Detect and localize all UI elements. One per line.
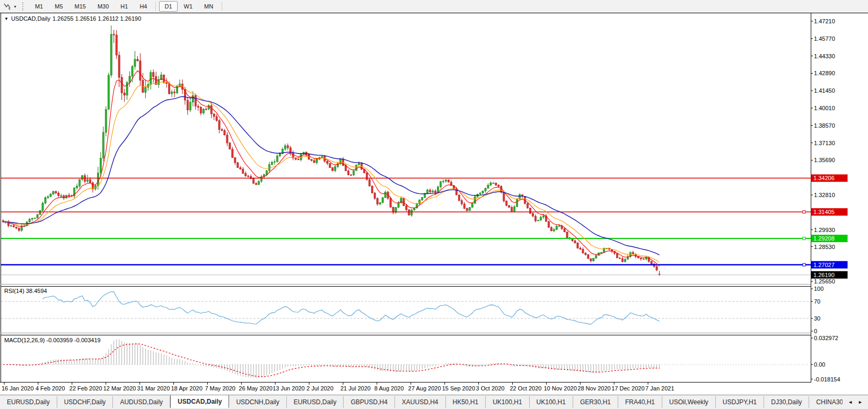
tool-dropdown-caret-icon[interactable]: ▼ [13, 5, 17, 8]
line-handle[interactable] [803, 237, 805, 240]
tab-eurusd-daily[interactable]: EURUSD,Daily [0, 396, 57, 408]
candle [506, 201, 507, 206]
candle [118, 55, 120, 77]
svg-text:22 Feb 2020: 22 Feb 2020 [69, 385, 102, 392]
tab-uk100-h1[interactable]: UK100,H1 [486, 396, 529, 408]
candle [76, 186, 78, 188]
candle [221, 130, 223, 131]
candle [42, 203, 43, 210]
candle [469, 208, 470, 211]
candle [355, 165, 357, 171]
svg-text:13 Jun 2020: 13 Jun 2020 [273, 385, 305, 392]
toolbar-grip-handle[interactable] [22, 2, 26, 11]
candle [15, 227, 17, 228]
timeframe-m5-button[interactable]: M5 [49, 1, 68, 12]
svg-text:1.34206[interactable]: 1.34206 [813, 175, 835, 181]
svg-text:0: 0 [814, 328, 817, 334]
candle [300, 154, 302, 160]
tab-usoil-weekly[interactable]: USOil,Weekly [662, 396, 716, 408]
tab-fra40-h1[interactable]: FRA40,H1 [618, 396, 662, 408]
candle [169, 84, 170, 94]
tab-china300-h1[interactable]: CHINA300,H1 [809, 396, 843, 408]
candle [29, 219, 30, 222]
tab-audusd-daily[interactable]: AUDUSD,Daily [113, 396, 170, 408]
candle [52, 192, 54, 194]
candle [558, 226, 560, 226]
candle [113, 34, 115, 35]
candle [268, 165, 270, 171]
timeframe-w1-button[interactable]: W1 [179, 1, 198, 12]
candle [145, 87, 146, 92]
tab-usdcad-daily[interactable]: USDCAD,Daily [170, 395, 229, 408]
svg-text:27 Aug 2020: 27 Aug 2020 [408, 385, 441, 392]
line-handle[interactable] [803, 263, 805, 266]
candle [200, 107, 201, 113]
candle [621, 259, 623, 262]
svg-text:1.31405[interactable]: 1.31405 [813, 209, 835, 215]
svg-text:1.29208[interactable]: 1.29208 [813, 235, 835, 242]
candle [429, 190, 431, 192]
candle [624, 260, 626, 262]
candle [205, 109, 207, 110]
candle [158, 80, 160, 85]
tab-hk50-h1[interactable]: HK50,H1 [446, 396, 486, 408]
candle [495, 183, 497, 185]
candle [564, 229, 565, 232]
candle [376, 198, 378, 204]
candle [434, 191, 436, 193]
timeframe-h4-button[interactable]: H4 [134, 1, 152, 12]
chart-canvas[interactable]: 1.472101.457701.443301.428901.414501.400… [0, 13, 868, 395]
timeframe-mn-button[interactable]: MN [199, 1, 218, 12]
candle [137, 59, 138, 61]
timeframe-m1-button[interactable]: M1 [30, 1, 48, 12]
tab-dj30-daily[interactable]: DJ30,Daily [764, 396, 809, 408]
timeframe-m30-button[interactable]: M30 [92, 1, 114, 12]
svg-text:1.27027[interactable]: 1.27027 [813, 262, 835, 268]
tab-ger30-h1[interactable]: GER30,H1 [573, 396, 618, 408]
tab-usdjpy-h1[interactable]: USDJPY,H1 [716, 396, 764, 408]
tab-gbpusd-h4[interactable]: GBPUSD,H4 [344, 396, 394, 408]
candle [124, 93, 125, 95]
tab-eurusd-daily[interactable]: EURUSD,Daily [287, 396, 344, 408]
tab-uk100-h1[interactable]: UK100,H1 [530, 396, 573, 408]
candle [474, 197, 476, 203]
candle [574, 241, 576, 243]
candle [648, 257, 650, 261]
tab-usdchf-daily[interactable]: USDCHF,Daily [57, 396, 113, 408]
candle [442, 181, 444, 182]
timeframe-m15-button[interactable]: M15 [69, 1, 91, 12]
candle [358, 163, 360, 165]
tab-xauusd-h4[interactable]: XAUUSD,H4 [395, 396, 446, 408]
svg-text:30: 30 [814, 315, 820, 322]
tab-scroll-right-icon[interactable]: ► [858, 399, 863, 405]
candle [422, 198, 423, 200]
drawing-tool-group[interactable]: ▼ [0, 0, 19, 13]
candle [313, 161, 315, 163]
collapse-arrow-icon[interactable]: ▼ [4, 16, 8, 21]
candle [258, 181, 259, 184]
candle [369, 180, 370, 186]
tab-usdcnh-daily[interactable]: USDCNH,Daily [229, 396, 286, 408]
candle [266, 171, 267, 175]
tab-scroll-left-icon[interactable]: ◄ [848, 399, 853, 405]
candle [553, 229, 555, 230]
candle [82, 175, 83, 179]
svg-text:1.44330: 1.44330 [814, 53, 835, 59]
candle [234, 157, 236, 163]
line-handle[interactable] [803, 211, 805, 214]
timeframe-h1-button[interactable]: H1 [115, 1, 133, 12]
timeframe-d1-button[interactable]: D1 [159, 1, 177, 12]
svg-text:4 Feb 2020: 4 Feb 2020 [36, 385, 65, 392]
candle [479, 193, 481, 194]
candle [89, 180, 91, 183]
candle [242, 169, 244, 173]
candle [274, 162, 275, 162]
candle [55, 192, 57, 193]
symbol-tabs: EURUSD,DailyUSDCHF,DailyAUDUSD,DailyUSDC… [0, 395, 843, 409]
candle [10, 226, 12, 226]
candle [173, 92, 175, 93]
candle [47, 197, 49, 198]
candle [276, 156, 278, 162]
cursor-tool-icon[interactable] [3, 2, 12, 11]
candle [189, 102, 191, 110]
